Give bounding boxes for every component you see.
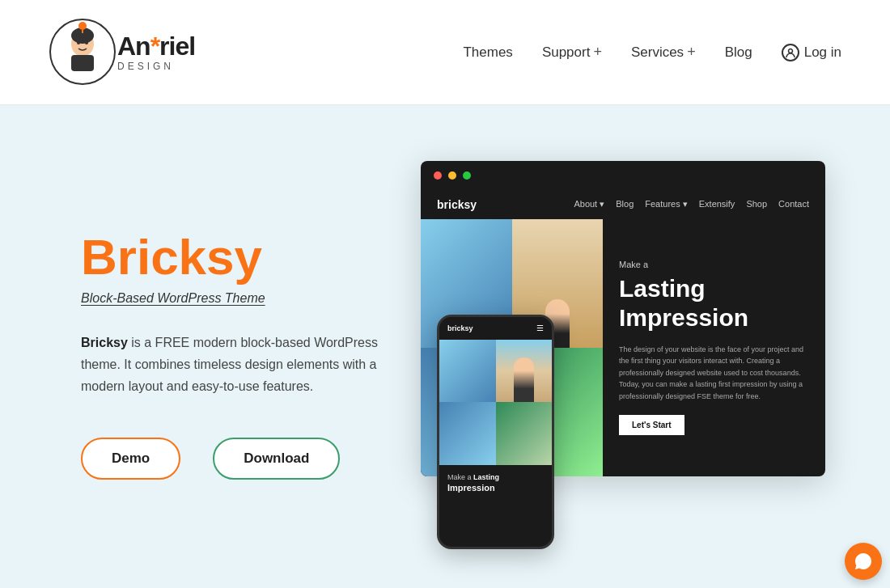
logo-icon bbox=[49, 18, 117, 87]
desktop-nav-links: About ▾ Blog Features ▾ Extensify Shop C… bbox=[574, 199, 809, 209]
mobile-mockup: bricksy ☰ Make a Lasting Impressio bbox=[437, 315, 554, 549]
mobile-caption: Make a Lasting Impression bbox=[439, 465, 552, 501]
hero-title: Bricksy bbox=[81, 230, 405, 285]
hero-left: Bricksy Block-Based WordPress Theme Bric… bbox=[81, 230, 421, 480]
maximize-dot bbox=[463, 171, 471, 180]
minimize-dot bbox=[448, 171, 456, 180]
nav-themes[interactable]: Themes bbox=[463, 44, 512, 61]
close-dot bbox=[434, 171, 442, 180]
mobile-cell-3 bbox=[439, 402, 496, 465]
hero-section: Bricksy Block-Based WordPress Theme Bric… bbox=[0, 105, 890, 588]
nav-support[interactable]: Support + bbox=[542, 44, 602, 61]
chat-icon bbox=[854, 552, 873, 571]
mobile-logo: bricksy bbox=[447, 324, 473, 332]
svg-point-7 bbox=[85, 41, 88, 44]
mobile-caption-line2: Impression bbox=[447, 483, 544, 493]
mobile-caption-line1: Make a Lasting bbox=[447, 473, 544, 481]
svg-rect-2 bbox=[71, 55, 94, 71]
services-plus-icon: + bbox=[687, 44, 696, 61]
desktop-top-bar bbox=[421, 161, 825, 190]
logo-name: An*riel bbox=[117, 33, 195, 59]
mobile-cell-1 bbox=[439, 340, 496, 403]
download-button[interactable]: Download bbox=[213, 438, 340, 480]
desktop-body: The design of your website is the face o… bbox=[619, 344, 809, 402]
mobile-cell-4 bbox=[496, 402, 553, 465]
desktop-tagline: Make a bbox=[619, 260, 809, 269]
demo-button[interactable]: Demo bbox=[81, 438, 180, 480]
nav-login[interactable]: Log in bbox=[782, 44, 841, 61]
chat-bubble-button[interactable] bbox=[845, 543, 882, 580]
desktop-text-area: Make a LastingImpression The design of y… bbox=[603, 219, 825, 476]
mobile-menu-icon: ☰ bbox=[536, 324, 544, 332]
logo[interactable]: An*riel DESIGN bbox=[49, 18, 195, 87]
desktop-cta-button[interactable]: Let's Start bbox=[619, 415, 684, 435]
hero-buttons: Demo Download bbox=[81, 438, 405, 480]
main-nav: Themes Support + Services + Blog Log in bbox=[463, 44, 841, 61]
svg-point-8 bbox=[788, 49, 792, 53]
desktop-nav-bar: bricksy About ▾ Blog Features ▾ Extensif… bbox=[421, 190, 825, 219]
site-header: An*riel DESIGN Themes Support + Services… bbox=[0, 0, 890, 105]
hero-description: Bricksy is a FREE modern block-based Wor… bbox=[81, 332, 405, 398]
nav-blog[interactable]: Blog bbox=[725, 44, 752, 61]
nav-services[interactable]: Services + bbox=[631, 44, 696, 61]
desktop-nav-logo: bricksy bbox=[437, 198, 477, 211]
support-plus-icon: + bbox=[593, 44, 602, 61]
mobile-image-area bbox=[439, 340, 552, 465]
hero-subtitle: Block-Based WordPress Theme bbox=[81, 291, 405, 306]
svg-point-6 bbox=[77, 41, 80, 44]
svg-point-4 bbox=[78, 22, 87, 30]
logo-text-block: An*riel DESIGN bbox=[117, 33, 195, 72]
hero-right: bricksy About ▾ Blog Features ▾ Extensif… bbox=[421, 161, 825, 549]
mobile-top-bar: bricksy ☰ bbox=[439, 317, 552, 340]
desktop-headline: LastingImpression bbox=[619, 274, 809, 332]
mobile-image-grid bbox=[439, 340, 552, 465]
mobile-cell-2 bbox=[496, 340, 553, 403]
login-icon bbox=[782, 44, 799, 61]
logo-design: DESIGN bbox=[117, 61, 195, 72]
